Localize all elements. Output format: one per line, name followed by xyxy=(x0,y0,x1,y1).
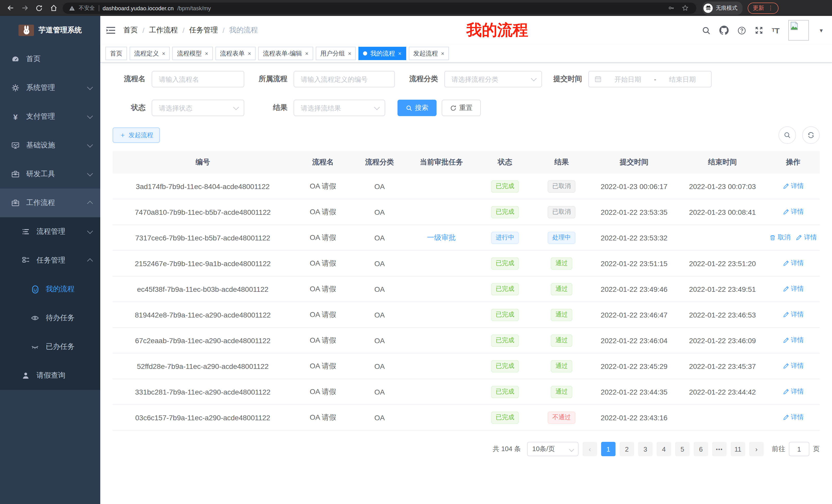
page-6-button[interactable]: 6 xyxy=(694,442,708,456)
sidebar-item-workflow[interactable]: 工作流程 xyxy=(0,189,100,217)
column-header: 结果 xyxy=(533,158,590,167)
bookmark-star-icon[interactable] xyxy=(680,3,690,13)
security-label[interactable]: 不安全 xyxy=(79,4,95,11)
forward-icon[interactable] xyxy=(20,3,30,13)
show-search-toggle-button[interactable] xyxy=(779,127,796,144)
cancel-link[interactable]: 取消 xyxy=(770,233,790,242)
process-name-input[interactable] xyxy=(152,71,244,87)
github-icon[interactable] xyxy=(719,26,729,35)
page-2-button[interactable]: 2 xyxy=(620,442,634,456)
page-4-button[interactable]: 4 xyxy=(657,442,671,456)
close-icon[interactable]: × xyxy=(248,50,251,57)
breadcrumb-item[interactable]: 任务管理 xyxy=(189,26,218,35)
tab-process-definition[interactable]: 流程定义× xyxy=(130,47,170,60)
end-date-input[interactable] xyxy=(659,75,705,83)
breadcrumb-item[interactable]: 首页 xyxy=(123,26,138,35)
cell-process-id: 3ad174fb-7b9d-11ec-8404-acde48001122 xyxy=(113,182,293,190)
prev-page-button[interactable]: ‹ xyxy=(582,442,597,456)
back-icon[interactable] xyxy=(5,3,16,13)
close-icon[interactable]: × xyxy=(205,50,208,57)
sidebar-item-process-mgmt[interactable]: 流程管理 xyxy=(0,217,100,246)
reset-button[interactable]: 重置 xyxy=(442,100,481,116)
page-5-button[interactable]: 5 xyxy=(675,442,690,456)
sidebar-item-system-mgmt[interactable]: 系统管理 xyxy=(0,74,100,102)
key-icon[interactable] xyxy=(666,3,676,13)
sidebar-item-done-tasks[interactable]: 已办任务 xyxy=(0,332,100,361)
page-11-button[interactable]: 11 xyxy=(731,442,745,456)
tab-user-group[interactable]: 用户分组× xyxy=(316,47,356,60)
next-page-button[interactable]: › xyxy=(749,442,763,456)
sidebar-item-label: 支付管理 xyxy=(26,112,55,121)
home-icon[interactable] xyxy=(48,3,59,13)
process-category-select[interactable] xyxy=(444,71,542,87)
detail-link[interactable]: 详情 xyxy=(783,259,804,268)
close-icon[interactable]: × xyxy=(348,50,352,57)
detail-link[interactable]: 详情 xyxy=(783,285,804,293)
url-bar[interactable]: 不安全 dashboard.yudao.iocoder.cn/bpm/task/… xyxy=(63,2,696,13)
close-icon[interactable]: × xyxy=(162,50,165,57)
filter-row-1: 流程名 所属流程 流程分类 提交时间 xyxy=(113,71,820,87)
task-link[interactable]: 一级审批 xyxy=(427,233,456,242)
sidebar-item-infrastructure[interactable]: 基础设施 xyxy=(0,131,100,160)
search-button[interactable]: 搜索 xyxy=(397,100,437,116)
sidebar-item-todo-tasks[interactable]: 待办任务 xyxy=(0,304,100,332)
tab-process-model[interactable]: 流程模型× xyxy=(173,47,213,60)
goto-page-input[interactable] xyxy=(789,442,809,456)
detail-link[interactable]: 详情 xyxy=(783,336,804,345)
fullscreen-icon[interactable] xyxy=(755,26,763,34)
sidebar-menu: 首页系统管理¥支付管理基础设施研发工具工作流程流程管理任务管理我的流程待办任务已… xyxy=(0,45,100,390)
process-definition-input[interactable] xyxy=(294,71,395,87)
browser-menu-icon[interactable]: ⋮ xyxy=(768,5,773,11)
breadcrumb-item[interactable]: 工作流程 xyxy=(149,26,178,35)
update-button[interactable]: 更新 ⋮ xyxy=(748,2,779,13)
close-icon[interactable]: × xyxy=(398,50,401,57)
tab-process-form-edit[interactable]: 流程表单-编辑× xyxy=(258,47,313,60)
sidebar-item-dev-tools[interactable]: 研发工具 xyxy=(0,160,100,189)
yen-icon: ¥ xyxy=(10,113,21,120)
sidebar-item-label: 待办任务 xyxy=(46,313,75,323)
font-size-icon[interactable]: TT xyxy=(772,26,780,34)
avatar[interactable] xyxy=(788,20,809,40)
page-3-button[interactable]: 3 xyxy=(638,442,653,456)
cell-actions: 详情 xyxy=(767,259,820,268)
cell-status: 已完成 xyxy=(477,360,533,372)
tab-start-process[interactable]: 发起流程× xyxy=(409,47,449,60)
sidebar-item-task-mgmt[interactable]: 任务管理 xyxy=(0,246,100,275)
sidebar-item-my-process[interactable]: 我的流程 xyxy=(0,275,100,304)
detail-link[interactable]: 详情 xyxy=(783,413,804,422)
close-icon[interactable]: × xyxy=(305,50,309,57)
plus-icon: ＋ xyxy=(119,131,126,140)
sidebar-item-payment-mgmt[interactable]: ¥支付管理 xyxy=(0,102,100,131)
hamburger-icon[interactable] xyxy=(106,27,115,34)
tab-process-form[interactable]: 流程表单× xyxy=(215,47,256,60)
detail-link[interactable]: 详情 xyxy=(783,310,804,319)
refresh-button[interactable] xyxy=(802,127,820,144)
search-icon[interactable] xyxy=(702,26,711,35)
result-select[interactable] xyxy=(294,100,385,116)
sidebar-item-home[interactable]: 首页 xyxy=(0,45,100,74)
cell-end-time: 2022-01-22 23:46:09 xyxy=(678,336,767,344)
detail-link[interactable]: 详情 xyxy=(796,233,817,242)
detail-link[interactable]: 详情 xyxy=(783,387,804,396)
status-tag: 已完成 xyxy=(491,180,519,192)
start-date-input[interactable] xyxy=(605,75,651,83)
detail-link[interactable]: 详情 xyxy=(783,207,804,216)
status-select[interactable] xyxy=(152,100,244,116)
cell-end-time: 2022-01-22 23:44:42 xyxy=(678,388,767,396)
close-icon[interactable]: × xyxy=(441,50,444,57)
detail-link[interactable]: 详情 xyxy=(783,362,804,370)
cell-category: OA xyxy=(353,259,406,268)
page-ellipsis-button[interactable]: ••• xyxy=(712,442,727,456)
reload-icon[interactable] xyxy=(34,3,44,13)
submit-time-range-picker[interactable]: - xyxy=(588,71,712,87)
help-icon[interactable] xyxy=(737,26,746,35)
tab-home[interactable]: 首页 xyxy=(105,47,127,60)
cell-end-time: 2022-01-23 00:08:41 xyxy=(678,208,767,216)
create-process-button[interactable]: ＋ 发起流程 xyxy=(113,128,160,143)
avatar-dropdown-caret[interactable]: ▼ xyxy=(818,27,824,33)
page-size-select[interactable]: 10条/页 xyxy=(527,442,578,456)
page-1-button[interactable]: 1 xyxy=(601,442,616,456)
detail-link[interactable]: 详情 xyxy=(783,182,804,191)
tab-my-process[interactable]: 我的流程× xyxy=(358,47,406,60)
sidebar-item-leave-query[interactable]: 请假查询 xyxy=(0,361,100,390)
